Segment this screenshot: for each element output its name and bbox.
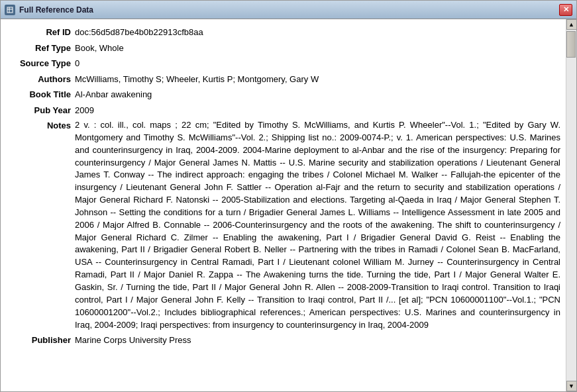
authors-value: McWilliams, Timothy S; Wheeler, Kurtis P… (75, 73, 560, 86)
close-button[interactable]: ✕ (559, 4, 572, 16)
svg-rect-0 (7, 7, 13, 13)
publisher-label: Publisher (11, 334, 71, 347)
scroll-down-button[interactable]: ▼ (566, 381, 577, 391)
vertical-scrollbar: ▲ ▼ (566, 19, 576, 391)
ref-type-row: Ref Type Book, Whole (11, 42, 560, 55)
ref-type-value: Book, Whole (75, 42, 560, 55)
authors-label: Authors (11, 73, 71, 86)
ref-id-value: doc:56d5d87be4b0b22913cfb8aa (75, 26, 560, 39)
book-title-value: Al-Anbar awakening (75, 88, 560, 101)
pub-year-label: Pub Year (11, 104, 71, 117)
source-type-row: Source Type 0 (11, 57, 560, 70)
notes-row: Notes 2 v. : col. ill., col. maps ; 22 c… (11, 119, 560, 331)
publisher-value: Marine Corps University Press (75, 334, 560, 347)
notes-label: Notes (11, 119, 71, 331)
window-title: Full Reference Data (19, 5, 559, 15)
notes-value: 2 v. : col. ill., col. maps ; 22 cm; "Ed… (75, 119, 560, 331)
book-title-row: Book Title Al-Anbar awakening (11, 88, 560, 101)
authors-row: Authors McWilliams, Timothy S; Wheeler, … (11, 73, 560, 86)
pub-year-row: Pub Year 2009 (11, 104, 560, 117)
main-window: Full Reference Data ✕ Ref ID doc:56d5d87… (0, 0, 577, 392)
titlebar: Full Reference Data ✕ (1, 1, 576, 19)
ref-id-label: Ref ID (11, 26, 71, 39)
scroll-track[interactable] (566, 30, 576, 381)
source-type-value: 0 (75, 57, 560, 70)
window-icon (5, 5, 15, 15)
scroll-thumb[interactable] (566, 31, 576, 58)
publisher-row: Publisher Marine Corps University Press (11, 334, 560, 347)
main-content[interactable]: Ref ID doc:56d5d87be4b0b22913cfb8aa Ref … (1, 19, 566, 391)
book-title-label: Book Title (11, 88, 71, 101)
ref-id-row: Ref ID doc:56d5d87be4b0b22913cfb8aa (11, 26, 560, 39)
content-area: Ref ID doc:56d5d87be4b0b22913cfb8aa Ref … (1, 19, 576, 391)
scroll-up-button[interactable]: ▲ (566, 19, 577, 30)
source-type-label: Source Type (11, 57, 71, 70)
pub-year-value: 2009 (75, 104, 560, 117)
ref-type-label: Ref Type (11, 42, 71, 55)
